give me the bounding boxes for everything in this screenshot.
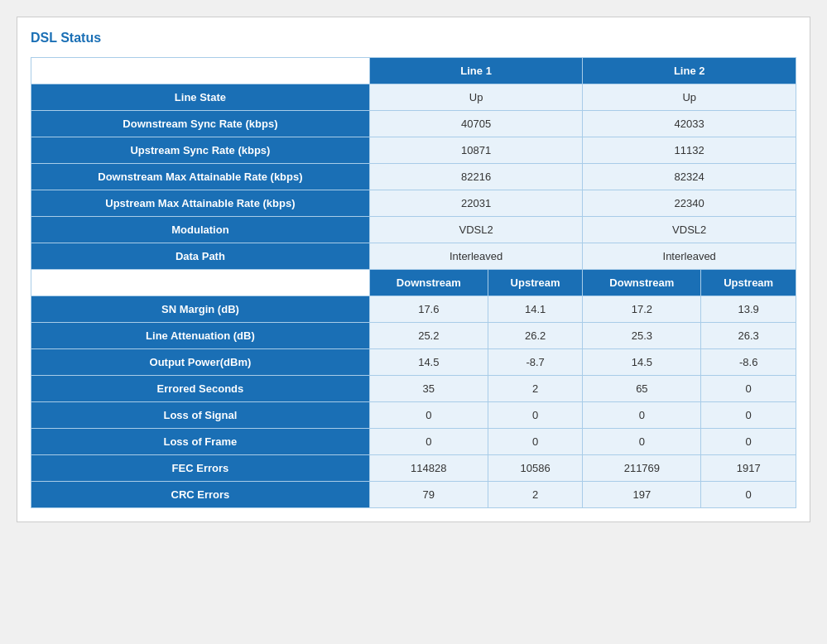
table-row: Downstream Max Attainable Rate (kbps) 82… <box>31 164 796 190</box>
row-label: Output Power(dBm) <box>31 349 370 376</box>
line1-value: Interleaved <box>369 243 583 270</box>
table-row: Output Power(dBm) 14.5 -8.7 14.5 -8.6 <box>31 349 796 376</box>
row-label: Errored Seconds <box>31 376 370 402</box>
row-label: Loss of Frame <box>31 429 370 455</box>
line1-ds-value: 14.5 <box>369 349 488 376</box>
line1-downstream-header: Downstream <box>369 270 488 296</box>
line1-upstream-header: Upstream <box>488 270 583 296</box>
line1-header: Line 1 <box>369 58 583 84</box>
line2-downstream-header: Downstream <box>583 270 701 296</box>
row-label: Upstream Sync Rate (kbps) <box>31 137 370 164</box>
line2-ds-value: 0 <box>583 402 701 429</box>
line2-ds-value: 0 <box>583 429 701 455</box>
line1-value: 22031 <box>369 190 583 217</box>
line2-ds-value: 17.2 <box>583 296 701 323</box>
line2-ds-value: 25.3 <box>583 323 701 349</box>
line1-us-value: 0 <box>488 402 583 429</box>
table-row: Errored Seconds 35 2 65 0 <box>31 376 796 402</box>
table-row: Line Attenuation (dB) 25.2 26.2 25.3 26.… <box>31 323 796 349</box>
table-row: CRC Errors 79 2 197 0 <box>31 482 796 508</box>
line1-ds-value: 17.6 <box>369 296 488 323</box>
row-label: CRC Errors <box>31 482 370 508</box>
table-row: Modulation VDSL2 VDSL2 <box>31 217 796 243</box>
row-label: Upstream Max Attainable Rate (kbps) <box>31 190 370 217</box>
line2-value: 22340 <box>583 190 796 217</box>
line2-us-value: -8.6 <box>701 349 796 376</box>
row-label: SN Margin (dB) <box>31 296 370 323</box>
table-row: SN Margin (dB) 17.6 14.1 17.2 13.9 <box>31 296 796 323</box>
row-label: Downstream Max Attainable Rate (kbps) <box>31 164 370 190</box>
row-label: Data Path <box>31 243 370 270</box>
line1-ds-value: 25.2 <box>369 323 488 349</box>
row-label: FEC Errors <box>31 455 370 482</box>
line1-value: 10871 <box>369 137 583 164</box>
empty-subheader <box>31 270 370 296</box>
line1-value: VDSL2 <box>369 217 583 243</box>
line2-us-value: 0 <box>701 402 796 429</box>
table-row: Upstream Sync Rate (kbps) 10871 11132 <box>31 137 796 164</box>
line1-ds-value: 114828 <box>369 455 488 482</box>
line2-ds-value: 197 <box>583 482 701 508</box>
line1-us-value: 10586 <box>488 455 583 482</box>
table-row: FEC Errors 114828 10586 211769 1917 <box>31 455 796 482</box>
line1-us-value: 14.1 <box>488 296 583 323</box>
row-label: Downstream Sync Rate (kbps) <box>31 111 370 137</box>
line2-us-value: 0 <box>701 429 796 455</box>
line2-us-value: 13.9 <box>701 296 796 323</box>
line2-value: 82324 <box>583 164 796 190</box>
line1-us-value: -8.7 <box>488 349 583 376</box>
line2-ds-value: 65 <box>583 376 701 402</box>
line2-us-value: 26.3 <box>701 323 796 349</box>
line2-upstream-header: Upstream <box>701 270 796 296</box>
table-row: Loss of Signal 0 0 0 0 <box>31 402 796 429</box>
line1-ds-value: 79 <box>369 482 488 508</box>
line2-us-value: 0 <box>701 482 796 508</box>
header-row-main: Line 1 Line 2 <box>31 58 796 84</box>
table-row: Loss of Frame 0 0 0 0 <box>31 429 796 455</box>
row-label: Line Attenuation (dB) <box>31 323 370 349</box>
table-row: Upstream Max Attainable Rate (kbps) 2203… <box>31 190 796 217</box>
page-title: DSL Status <box>31 31 796 46</box>
line1-us-value: 2 <box>488 482 583 508</box>
line1-us-value: 2 <box>488 376 583 402</box>
line1-value: Up <box>369 84 583 111</box>
table-body: Line State Up Up Downstream Sync Rate (k… <box>31 84 796 508</box>
line2-value: 42033 <box>583 111 796 137</box>
subheader-row: Downstream Upstream Downstream Upstream <box>31 270 796 296</box>
dsl-status-table: Line 1 Line 2 Line State Up Up Downstrea… <box>31 57 796 508</box>
page-container: DSL Status Line 1 Line 2 Line State Up U… <box>17 17 810 522</box>
row-label: Modulation <box>31 217 370 243</box>
line2-header: Line 2 <box>583 58 796 84</box>
line2-value: 11132 <box>583 137 796 164</box>
row-label: Line State <box>31 84 370 111</box>
row-label: Loss of Signal <box>31 402 370 429</box>
line2-value: Up <box>583 84 796 111</box>
table-row: Downstream Sync Rate (kbps) 40705 42033 <box>31 111 796 137</box>
line2-us-value: 0 <box>701 376 796 402</box>
line1-value: 40705 <box>369 111 583 137</box>
line2-ds-value: 14.5 <box>583 349 701 376</box>
line1-us-value: 0 <box>488 429 583 455</box>
line1-ds-value: 0 <box>369 429 488 455</box>
line2-value: VDSL2 <box>583 217 796 243</box>
table-row: Data Path Interleaved Interleaved <box>31 243 796 270</box>
line2-value: Interleaved <box>583 243 796 270</box>
line2-us-value: 1917 <box>701 455 796 482</box>
line2-ds-value: 211769 <box>583 455 701 482</box>
line1-ds-value: 35 <box>369 376 488 402</box>
line1-value: 82216 <box>369 164 583 190</box>
line1-ds-value: 0 <box>369 402 488 429</box>
empty-header <box>31 58 370 84</box>
line1-us-value: 26.2 <box>488 323 583 349</box>
table-row: Line State Up Up <box>31 84 796 111</box>
